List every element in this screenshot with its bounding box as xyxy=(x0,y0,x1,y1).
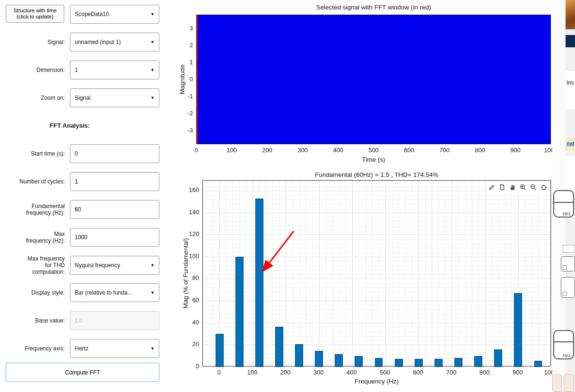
max-freq-label: Max frequency (Hz): xyxy=(0,231,70,244)
display-style-row: Display style: Bar (relative to funda...… xyxy=(0,283,161,302)
structure-row: ScopeData10 ▼ xyxy=(0,5,161,24)
chevron-down-icon: ▼ xyxy=(150,290,155,295)
structure-dropdown[interactable]: ScopeData10 ▼ xyxy=(70,5,159,24)
fundamental-row: Fundamental frequency (Hz): xyxy=(0,200,161,219)
fft-plot[interactable] xyxy=(202,180,551,366)
frequency-axis-dropdown[interactable]: Hertz ▼ xyxy=(70,339,159,358)
fft-window-marker xyxy=(197,15,198,144)
fft-bar xyxy=(534,361,542,367)
fft-bar xyxy=(494,349,502,367)
fft-bar xyxy=(216,334,224,367)
fft-x-ticks: 01002003004005006007008009001000 xyxy=(202,369,551,376)
max-freq-thd-dropdown[interactable]: Nyquist frequency ▼ xyxy=(70,256,159,275)
start-time-label: Start time (s): xyxy=(0,150,70,157)
max-freq-row: Max frequency (Hz): xyxy=(0,228,161,247)
fft-bar xyxy=(275,327,283,367)
background-block-fragment xyxy=(561,256,575,271)
frequency-axis-label: Frequency axis: xyxy=(0,345,70,352)
dimension-row: Dimension: 1 ▼ xyxy=(0,61,161,79)
dimension-dropdown-value: 1 xyxy=(75,67,78,73)
chevron-down-icon: ▼ xyxy=(150,96,155,100)
chevron-down-icon: ▼ xyxy=(150,263,155,268)
fft-bar xyxy=(375,358,383,367)
fft-tool-sidebar: Structure with time (click to update) Sc… xyxy=(0,0,163,392)
fft-bar xyxy=(355,356,363,367)
background-link-fragment[interactable]: nat xyxy=(566,140,575,146)
cycles-label: Number of cycles: xyxy=(0,178,70,185)
signal-x-ticks: 01002003004005006007008009001000 xyxy=(196,147,551,154)
background-white-area xyxy=(566,71,575,110)
axes-toolbar xyxy=(486,182,549,192)
fft-y-ticks: 020406080100120140160 xyxy=(180,180,199,366)
chevron-down-icon: ▼ xyxy=(150,346,155,351)
fft-bar xyxy=(514,293,522,367)
signal-plot[interactable] xyxy=(196,15,551,144)
chevron-down-icon: ▼ xyxy=(150,68,155,72)
signal-x-axis-label: Time (s) xyxy=(196,156,551,163)
background-photo-sliver xyxy=(566,0,575,29)
zoom-on-dropdown[interactable]: Signal ▼ xyxy=(70,88,159,107)
fundamental-input[interactable] xyxy=(70,200,159,219)
background-white-area xyxy=(566,156,575,189)
zoom-out-icon[interactable] xyxy=(529,183,538,192)
background-block-fragment xyxy=(561,277,575,298)
compute-fft-button[interactable]: Compute FFT xyxy=(6,363,159,382)
signal-dropdown[interactable]: unnamed (input 1) ▼ xyxy=(70,33,159,52)
background-window-strip: Ins nat Hz1 Hz1 xyxy=(552,0,575,392)
zoom-on-label: Zoom on: xyxy=(0,95,70,101)
base-value-input xyxy=(70,311,159,330)
background-block-divider xyxy=(554,341,573,342)
display-style-dropdown-value: Bar (relative to funda... xyxy=(75,289,132,296)
fft-bar xyxy=(395,359,403,367)
signal-chart-title: Selected signal with FFT window (in red) xyxy=(196,4,551,11)
home-icon[interactable] xyxy=(539,183,548,192)
max-freq-thd-dropdown-value: Nyquist frequency xyxy=(75,262,120,269)
display-style-dropdown[interactable]: Bar (relative to funda... ▼ xyxy=(70,283,159,302)
background-port-square xyxy=(563,265,567,270)
zoom-in-icon[interactable] xyxy=(518,183,527,192)
background-block-label: Hz1 xyxy=(563,211,571,216)
frequency-axis-dropdown-value: Hertz xyxy=(75,345,88,352)
signal-label: Signal: xyxy=(0,39,70,45)
signal-row: Signal: unnamed (input 1) ▼ xyxy=(0,33,161,52)
export-icon[interactable] xyxy=(497,183,506,192)
dimension-label: Dimension: xyxy=(0,67,70,73)
dimension-dropdown[interactable]: 1 ▼ xyxy=(70,61,159,79)
fft-bar xyxy=(315,351,323,367)
fft-bar xyxy=(235,257,244,367)
max-freq-input[interactable] xyxy=(70,228,159,247)
cycles-input[interactable] xyxy=(70,172,159,191)
fft-bar xyxy=(295,344,303,367)
background-block-fragment xyxy=(552,375,562,392)
signal-dropdown-value: unnamed (input 1) xyxy=(75,39,121,45)
base-value-row: Base value: xyxy=(0,311,161,330)
edit-plot-icon[interactable] xyxy=(487,183,496,192)
signal-y-ticks: 3210-1-2-3 xyxy=(175,15,193,144)
max-freq-thd-label: Max frequency for THD computation: xyxy=(0,255,70,275)
frequency-axis-row: Frequency axis: Hertz ▼ xyxy=(0,339,161,358)
structure-dropdown-value: ScopeData10 xyxy=(75,11,109,17)
chevron-down-icon: ▼ xyxy=(150,12,155,17)
start-time-row: Start time (s): xyxy=(0,144,161,163)
max-freq-thd-row: Max frequency for THD computation: Nyqui… xyxy=(0,255,161,275)
fft-bar xyxy=(415,359,423,367)
fft-chart-title: Fundamental (60Hz) = 1.5 , THD= 174.54% xyxy=(202,171,551,178)
background-block-divider xyxy=(554,202,573,203)
zoom-on-row: Zoom on: Signal ▼ xyxy=(0,88,161,107)
fft-bar xyxy=(255,199,263,367)
zoom-on-dropdown-value: Signal xyxy=(75,95,90,101)
fft-bar xyxy=(335,354,343,367)
fundamental-label: Fundamental frequency (Hz): xyxy=(0,203,70,216)
base-value-label: Base value: xyxy=(0,317,70,324)
background-text-fragment: Ins xyxy=(566,79,574,86)
pan-icon[interactable] xyxy=(508,183,517,192)
background-port-square xyxy=(563,292,567,296)
chevron-down-icon: ▼ xyxy=(150,40,155,44)
background-highlight-band: nat xyxy=(566,139,575,151)
start-time-input[interactable] xyxy=(70,144,159,163)
fft-analysis-heading: FFT Analysis: xyxy=(0,122,139,129)
background-titlebar-sliver xyxy=(566,35,575,47)
fft-bar xyxy=(454,358,462,367)
background-block-label: Hz1 xyxy=(563,353,571,358)
fft-bar xyxy=(435,359,443,367)
